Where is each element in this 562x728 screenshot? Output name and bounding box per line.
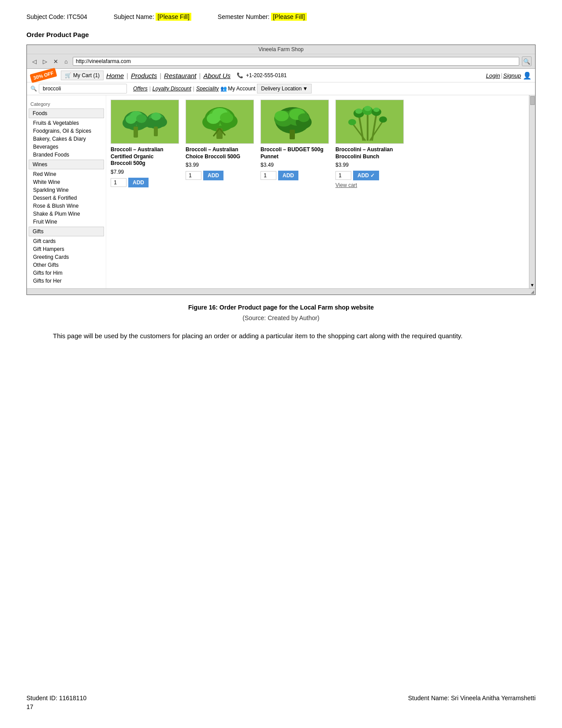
search-icon: 🔍 <box>30 86 37 92</box>
nav-restaurant[interactable]: Restaurant <box>164 72 196 79</box>
sidebar-item-other-gifts[interactable]: Other Gifts <box>27 261 106 269</box>
signup-link[interactable]: Signup <box>503 72 521 79</box>
sep3: | <box>199 72 201 79</box>
add-button-3[interactable]: ADD <box>278 171 298 180</box>
sidebar-gifts-header[interactable]: Gifts <box>29 227 104 236</box>
product-card-2: Broccoli – AustralianChoice Broccoli 500… <box>186 100 256 180</box>
scroll-down-icon[interactable]: ▼ <box>530 283 535 287</box>
add-check-button-4[interactable]: ADD ✓ <box>353 171 379 180</box>
nav-home[interactable]: Home <box>106 72 124 79</box>
product-image-2 <box>186 100 254 144</box>
browser-toolbar: ◁ ▷ ✕ ⌂ 🔍 <box>27 54 535 69</box>
sep5: | <box>193 86 194 92</box>
qty-input-2[interactable] <box>186 171 201 180</box>
sidebar-wines-header[interactable]: Wines <box>29 160 104 169</box>
sidebar-item-dessert[interactable]: Dessert & Fortified <box>27 194 106 202</box>
svg-point-30 <box>298 113 309 122</box>
page-number: 17 <box>26 703 86 710</box>
shop-body: Category Foods Fruits & Vegetables Foodg… <box>27 95 535 288</box>
nav-products[interactable]: Products <box>131 72 157 79</box>
search-area: 🔍 <box>30 84 127 93</box>
back-button[interactable]: ◁ <box>30 57 38 65</box>
subject-name-area: Subject Name: [Please Fill] <box>114 13 191 20</box>
nav-loyalty[interactable]: Loyalty Discount <box>153 86 191 92</box>
sidebar-item-fruit-wine[interactable]: Fruit Wine <box>27 218 106 226</box>
close-button[interactable]: ✕ <box>52 57 60 65</box>
address-bar[interactable] <box>73 57 519 66</box>
sidebar-item-gifts-him[interactable]: Gifts for Him <box>27 269 106 277</box>
sidebar-item-beverages[interactable]: Beverages <box>27 143 106 151</box>
svg-line-36 <box>370 121 383 141</box>
sidebar-item-foodgrains[interactable]: Foodgrains, Oil & Spices <box>27 127 106 135</box>
svg-point-44 <box>373 108 380 112</box>
cart-label: My Cart (1) <box>73 72 100 78</box>
broccoli-svg-1 <box>114 101 176 143</box>
broccoli-svg-3 <box>264 101 326 143</box>
login-signup-area: Login | Signup 👤 <box>486 71 532 80</box>
student-id: Student ID: 11618110 <box>26 694 86 702</box>
svg-point-6 <box>136 114 147 123</box>
semester-label: Semester Number: <box>218 13 269 20</box>
sidebar-item-shake[interactable]: Shake & Plum Wine <box>27 210 106 218</box>
subject-code: Subject Code: ITC504 <box>26 13 87 20</box>
qty-input-3[interactable] <box>261 171 276 180</box>
semester-area: Semester Number: [Please Fill] <box>218 13 307 20</box>
account-button[interactable]: 👥 My Account <box>220 86 255 92</box>
sidebar-item-rose[interactable]: Rose & Blush Wine <box>27 202 106 210</box>
qty-input-1[interactable] <box>111 178 127 187</box>
svg-rect-13 <box>154 127 158 136</box>
product-image-1 <box>111 100 179 144</box>
nav-about[interactable]: About Us <box>203 72 231 79</box>
browser-title: Vineela Farm Shop <box>27 45 535 54</box>
add-button-1[interactable]: ADD <box>128 178 149 187</box>
svg-rect-21 <box>216 128 223 139</box>
svg-point-42 <box>355 108 362 114</box>
product-price-2: $3.99 <box>186 162 256 168</box>
home-button[interactable]: ⌂ <box>62 57 70 65</box>
add-row-4: ADD ✓ <box>335 171 406 180</box>
cart-button[interactable]: 🛒 My Cart (1) <box>61 71 104 80</box>
product-card-4: Broccolini – AustralianBroccolini Bunch … <box>335 100 406 188</box>
scrollbar[interactable]: ▼ <box>529 95 535 288</box>
sep1: | <box>127 72 128 79</box>
browser-mockup: Vineela Farm Shop ◁ ▷ ✕ ⌂ 🔍 30% OFF 🛒 My… <box>26 45 536 295</box>
dropdown-icon: ▼ <box>302 86 308 92</box>
sidebar-item-white-wine[interactable]: White Wine <box>27 178 106 186</box>
sidebar-item-greeting-cards[interactable]: Greeting Cards <box>27 253 106 261</box>
scrollbar-thumb[interactable] <box>530 96 535 105</box>
login-link[interactable]: Login <box>486 72 500 79</box>
semester-value: [Please Fill] <box>271 13 306 21</box>
sidebar-item-branded[interactable]: Branded Foods <box>27 151 106 159</box>
nav-offers[interactable]: Offers <box>133 86 148 92</box>
nav-speciality[interactable]: Speciality <box>196 86 219 92</box>
delivery-button[interactable]: Delivery Location ▼ <box>257 84 312 93</box>
browser-search-button[interactable]: 🔍 <box>522 56 532 66</box>
sidebar-item-red-wine[interactable]: Red Wine <box>27 170 106 178</box>
subject-name-value: [Please Fill] <box>156 13 191 21</box>
qty-input-4[interactable] <box>335 171 351 180</box>
resize-handle[interactable]: ◢ <box>27 288 535 295</box>
add-row-1: ADD <box>111 178 181 187</box>
product-name-4: Broccolini – AustralianBroccolini Bunch <box>335 146 406 160</box>
shop-nav-row1: 30% OFF 🛒 My Cart (1) Home | Products | … <box>27 69 535 82</box>
subject-name-label: Subject Name: <box>114 13 154 20</box>
sidebar-item-fruits[interactable]: Fruits & Vegetables <box>27 119 106 127</box>
sidebar-foods-header[interactable]: Foods <box>29 108 104 118</box>
add-button-2[interactable]: ADD <box>203 171 223 180</box>
delivery-label: Delivery Location <box>261 86 301 92</box>
cart-icon: 🛒 <box>65 72 71 78</box>
svg-point-28 <box>275 111 289 121</box>
add-row-2: ADD <box>186 171 256 180</box>
sidebar-item-gift-cards[interactable]: Gift cards <box>27 237 106 245</box>
phone-number: +1-202-555-0181 <box>246 72 287 78</box>
search-input[interactable] <box>39 84 127 93</box>
forward-button[interactable]: ▷ <box>41 57 49 65</box>
view-cart-link[interactable]: View cart <box>335 182 406 188</box>
sidebar-item-gifts-her[interactable]: Gifts for Her <box>27 277 106 285</box>
sidebar-item-bakery[interactable]: Bakery, Cakes & Diary <box>27 135 106 143</box>
shop-body-wrapper: Category Foods Fruits & Vegetables Foodg… <box>27 95 535 288</box>
section-title: Order Product Page <box>26 31 536 38</box>
body-text: This page will be used by the customers … <box>53 330 518 342</box>
sidebar-item-sparkling-wine[interactable]: Sparkling Wine <box>27 186 106 194</box>
sidebar-item-gift-hampers[interactable]: Gift Hampers <box>27 245 106 253</box>
